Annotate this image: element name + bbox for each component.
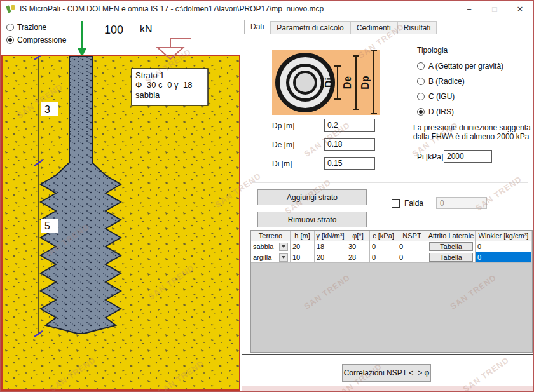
dp-field[interactable]: 0.2	[324, 119, 375, 132]
table-header-row: Terreno h [m] γ [kN/m³] φ[°] c [kPa] NSP…	[251, 231, 532, 241]
fhwa-note-line1: La pressione di iniezione suggerita	[413, 123, 534, 132]
tipologia-a-radio[interactable]	[417, 62, 425, 70]
header-c: c [kPa]	[370, 231, 397, 241]
falda-label: Falda	[404, 199, 423, 208]
tab-cedimenti[interactable]: Cedimenti	[350, 21, 397, 34]
support-symbol-icon	[155, 37, 193, 62]
tab-dati[interactable]: Dati	[244, 20, 270, 34]
tipologia-option-c[interactable]: C (IGU)	[417, 92, 455, 101]
tipologia-option-d[interactable]: D (IRS)	[417, 107, 454, 116]
minimize-button[interactable]: −	[456, 1, 482, 17]
tipologia-b-label: B (Radice)	[428, 77, 465, 86]
de-dim-label: De	[342, 76, 353, 90]
tipologia-c-radio[interactable]	[417, 93, 425, 100]
load-arrow-icon	[76, 21, 89, 58]
app-window: IS MicroPali - CDM DOLMEN e omnia IS 17 …	[0, 0, 534, 392]
table-row: argilla 10 20 28 0 0 Tabella 0	[251, 252, 532, 263]
tab-parametri-di-calcolo[interactable]: Parametri di calcolo	[270, 21, 350, 34]
compressione-label: Compressione	[17, 36, 66, 44]
tipologia-option-b[interactable]: B (Radice)	[417, 77, 465, 86]
trazione-option[interactable]: Trazione	[6, 23, 46, 32]
close-button[interactable]: ✕	[507, 1, 533, 17]
di-field[interactable]: 0.15	[324, 157, 375, 170]
trazione-label: Trazione	[17, 23, 46, 32]
maximize-button[interactable]: □	[482, 1, 507, 17]
terreno-combobox[interactable]: sabbia	[251, 241, 291, 252]
dp-dim-label: Dp	[360, 76, 371, 90]
window-controls: − □ ✕	[456, 1, 533, 17]
tipologia-option-a[interactable]: A (Gettato per gravità)	[417, 62, 503, 71]
pi-label: Pi [kPa]	[417, 152, 443, 161]
header-nspt: NSPT	[397, 231, 427, 241]
tipologia-d-label: D (IRS)	[428, 107, 454, 116]
pile-section-sketch: Di De Dp	[272, 50, 380, 115]
section-separator	[252, 182, 528, 183]
soil-svg: 3 5 Strato 1 Φ=30 c=0 γ=18 sabbia	[3, 56, 239, 389]
depth-lower-label: 5	[44, 220, 50, 231]
de-field[interactable]: 0.18	[324, 138, 375, 151]
fhwa-note: La pressione di iniezione suggerita dall…	[413, 123, 534, 141]
terreno-value: argilla	[253, 253, 279, 261]
tab-divider	[243, 34, 531, 34]
c-cell[interactable]: 0	[370, 241, 397, 252]
compressione-option[interactable]: Compressione	[6, 36, 66, 44]
tab-risultati[interactable]: Risultati	[397, 21, 437, 34]
section-svg: Di De Dp	[272, 50, 380, 115]
tipologia-b-radio[interactable]	[417, 78, 425, 85]
header-h: h [m]	[291, 231, 315, 241]
terreno-dropdown-button[interactable]	[279, 243, 288, 251]
h-cell[interactable]: 20	[291, 241, 315, 252]
chevron-down-icon	[282, 245, 285, 248]
winkler-cell[interactable]: 0	[476, 241, 531, 252]
tabella-button[interactable]: Tabella	[429, 253, 473, 262]
bottom-strip	[242, 386, 533, 391]
stratum-line2: Φ=30 c=0 γ=18	[135, 80, 193, 90]
main-panel: Dati Parametri di calcolo Cedimenti Risu…	[242, 17, 533, 391]
phi-cell[interactable]: 28	[346, 252, 370, 263]
gamma-cell[interactable]: 18	[315, 241, 346, 252]
tipologia-c-label: C (IGU)	[428, 92, 455, 101]
pi-field[interactable]: 2000	[444, 150, 492, 163]
load-panel: Trazione Compressione 100 kN	[1, 17, 240, 55]
dp-label: Dp [m]	[272, 121, 294, 130]
table-row: sabbia 20 18 30 0 0 Tabella 0	[251, 241, 532, 252]
correlazioni-nspt-button[interactable]: Correlazioni NSPT <=> φ	[342, 364, 431, 382]
falda-field[interactable]: 0	[436, 197, 487, 209]
trazione-radio[interactable]	[6, 24, 14, 31]
stratum-line3: sabbia	[135, 90, 160, 100]
di-label: Di [m]	[272, 159, 292, 168]
remove-stratum-button[interactable]: Rimuovi strato	[257, 212, 367, 227]
compressione-radio[interactable]	[6, 36, 14, 44]
header-phi: φ[°]	[346, 231, 370, 241]
tab-strip: Dati Parametri di calcolo Cedimenti Risu…	[244, 20, 437, 34]
tipologia-d-radio[interactable]	[417, 108, 425, 116]
di-dim-label: Di	[324, 78, 334, 88]
load-value: 100	[104, 24, 123, 37]
stratum-line1: Strato 1	[135, 71, 165, 80]
nspt-cell[interactable]: 0	[397, 252, 427, 263]
terreno-dropdown-button[interactable]	[279, 253, 288, 262]
header-winkler: Winkler [kg/cm³]	[476, 231, 531, 241]
falda-checkbox[interactable]	[392, 199, 400, 208]
add-stratum-button[interactable]: Aggiungi strato	[257, 189, 367, 205]
header-gamma: γ [kN/m³]	[315, 231, 346, 241]
phi-cell[interactable]: 30	[346, 241, 370, 252]
header-terreno: Terreno	[251, 231, 291, 241]
soil-diagram: 3 5 Strato 1 Φ=30 c=0 γ=18 sabbia	[1, 55, 240, 391]
tipologia-a-label: A (Gettato per gravità)	[428, 62, 503, 71]
attrito-cell: Tabella	[427, 241, 476, 252]
terreno-value: sabbia	[253, 243, 279, 250]
winkler-cell-selected[interactable]: 0	[476, 252, 531, 263]
h-cell[interactable]: 10	[291, 252, 315, 263]
tipologia-label: Tipologia	[417, 46, 448, 55]
fhwa-note-line2: dalla FHWA è di almeno 2000 kPa	[413, 132, 534, 141]
terreno-combobox[interactable]: argilla	[251, 252, 291, 263]
nspt-cell[interactable]: 0	[397, 241, 427, 252]
gamma-cell[interactable]: 20	[315, 252, 346, 263]
c-cell[interactable]: 0	[370, 252, 397, 263]
load-unit: kN	[140, 24, 153, 35]
tabella-button[interactable]: Tabella	[429, 242, 473, 251]
de-label: De [m]	[272, 140, 294, 149]
depth-upper-label: 3	[44, 104, 50, 115]
title-bar: IS MicroPali - CDM DOLMEN e omnia IS 17 …	[1, 1, 533, 17]
